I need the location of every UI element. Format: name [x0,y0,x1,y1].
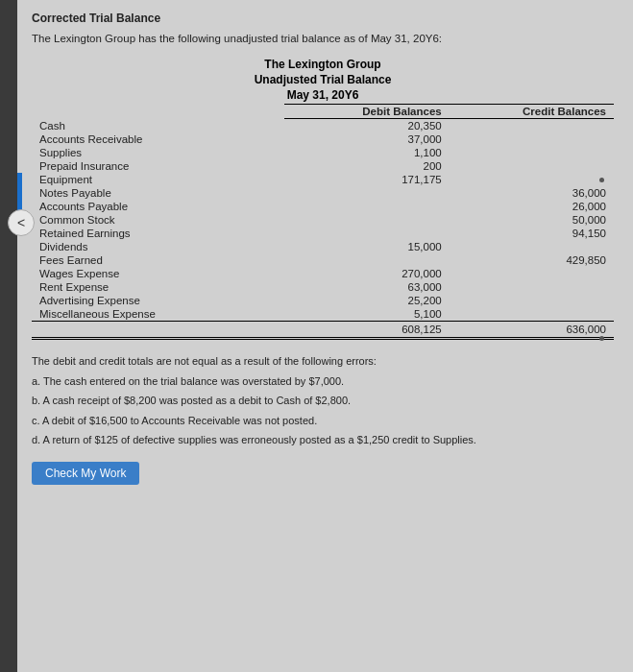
credit-value: 50,000 [450,213,614,227]
trial-balance-table: Debit Balances Credit Balances Cash 20,3… [32,104,614,340]
blue-accent-bar [17,173,22,211]
account-name: Cash [32,119,284,133]
debit-value: 5,100 [284,307,449,322]
debit-header: Debit Balances [284,105,449,119]
debit-value: 25,200 [284,294,449,307]
debit-value [284,186,449,200]
dot-decoration-2 [599,336,604,341]
account-name: Wages Expense [32,267,284,280]
trial-balance-table-wrapper: The Lexington Group Unadjusted Trial Bal… [32,58,614,340]
table-row: Retained Earnings 94,150 [32,227,614,240]
credit-value: 94,150 [450,227,614,240]
table-row: Dividends 15,000 [32,240,614,253]
account-name: Rent Expense [32,280,284,294]
table-row: Cash 20,350 [32,119,614,133]
debit-value [284,213,449,227]
debit-value [284,227,449,240]
account-name: Accounts Receivable [32,132,284,146]
account-name: Dividends [32,240,284,253]
debit-value: 200 [284,159,449,173]
debit-value [284,200,449,213]
account-name: Supplies [32,146,284,159]
account-header [32,105,284,119]
debit-value [284,253,449,267]
account-name: Prepaid Insurance [32,159,284,173]
debit-value: 15,000 [284,240,449,253]
table-row: Supplies 1,100 [32,146,614,159]
total-credit: 636,000 [450,322,614,339]
account-name: Equipment [32,173,284,186]
table-row: Prepaid Insurance 200 [32,159,614,173]
dot-decoration-1 [599,178,604,182]
account-name: Retained Earnings [32,227,284,240]
credit-value [450,280,614,294]
debit-value: 37,000 [284,132,449,146]
check-my-work-button[interactable]: Check My Work [32,462,139,485]
error-item: d. A return of $125 of defective supplie… [32,432,614,448]
total-row: 608,125 636,000 [32,322,614,339]
credit-value: 36,000 [450,186,614,200]
errors-list: a. The cash entered on the trial balance… [32,373,614,448]
main-content: Corrected Trial Balance The Lexington Gr… [24,0,633,672]
total-debit: 608,125 [284,322,449,339]
error-item: b. A cash receipt of $8,200 was posted a… [32,393,614,409]
report-title: Unadjusted Trial Balance [32,73,614,86]
debit-value: 20,350 [284,119,449,133]
section-title: Corrected Trial Balance [32,12,614,25]
error-item: c. A debit of $16,500 to Accounts Receiv… [32,413,614,429]
table-row: Miscellaneous Expense 5,100 [32,307,614,322]
account-name: Accounts Payable [32,200,284,213]
credit-header: Credit Balances [450,105,614,119]
credit-value [450,132,614,146]
credit-value: 429,850 [450,253,614,267]
credit-value [450,173,614,186]
report-date: May 31, 20Y6 [32,88,614,102]
debit-value: 1,100 [284,146,449,159]
credit-value [450,307,614,322]
account-name: Notes Payable [32,186,284,200]
table-row: Common Stock 50,000 [32,213,614,227]
debit-value: 171,175 [284,173,449,186]
credit-value [450,159,614,173]
credit-value [450,267,614,280]
back-button[interactable]: < [8,209,35,236]
debit-value: 270,000 [284,267,449,280]
account-name: Fees Earned [32,253,284,267]
table-row: Accounts Receivable 37,000 [32,132,614,146]
error-section: The debit and credit totals are not equa… [32,353,614,448]
table-row: Fees Earned 429,850 [32,253,614,267]
credit-value [450,119,614,133]
credit-value [450,146,614,159]
table-row: Equipment 171,175 [32,173,614,186]
table-row: Accounts Payable 26,000 [32,200,614,213]
table-row: Advertising Expense 25,200 [32,294,614,307]
account-name: Common Stock [32,213,284,227]
account-name: Miscellaneous Expense [32,307,284,322]
account-name: Advertising Expense [32,294,284,307]
company-name: The Lexington Group [32,58,614,71]
debit-value: 63,000 [284,280,449,294]
error-item: a. The cash entered on the trial balance… [32,373,614,390]
page-wrapper: < Corrected Trial Balance The Lexington … [0,0,633,672]
error-intro: The debit and credit totals are not equa… [32,353,614,370]
credit-value [450,294,614,307]
table-row: Rent Expense 63,000 [32,280,614,294]
credit-value: 26,000 [450,200,614,213]
table-row: Wages Expense 270,000 [32,267,614,280]
total-label [32,322,284,339]
table-row: Notes Payable 36,000 [32,186,614,200]
credit-value [450,240,614,253]
left-bar [0,0,17,672]
intro-text: The Lexington Group has the following un… [32,31,614,46]
